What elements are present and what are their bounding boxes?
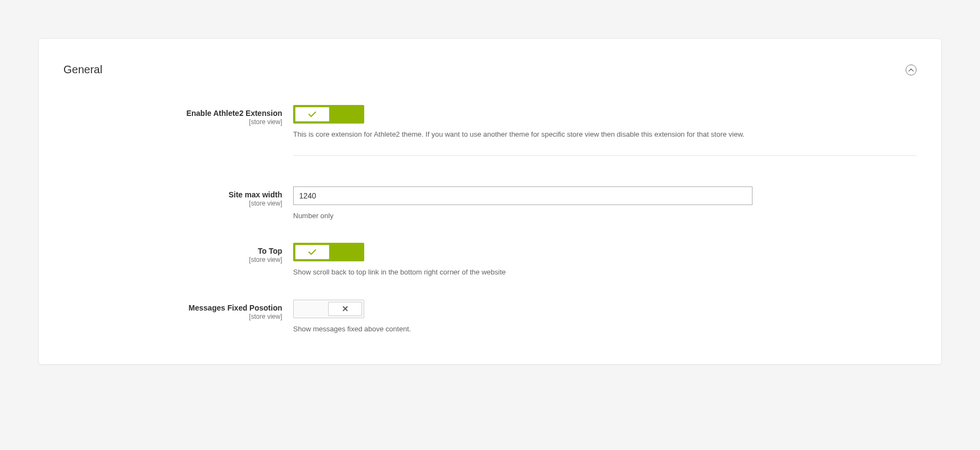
field-scope: [store view] <box>63 118 282 127</box>
field-label-col: Messages Fixed Posotion [store view] <box>63 300 293 322</box>
enable-extension-toggle[interactable] <box>293 105 364 124</box>
field-value-col: ✕ Show messages fixed above content. <box>293 300 917 335</box>
field-label: Messages Fixed Posotion <box>63 303 282 313</box>
field-value-col: This is core extension for Athlete2 them… <box>293 105 917 182</box>
field-label-col: Site max width [store view] <box>63 186 293 208</box>
field-label-col: Enable Athlete2 Extension [store view] <box>63 105 293 127</box>
site-max-width-input[interactable] <box>293 186 752 205</box>
collapse-section-button[interactable] <box>906 65 917 75</box>
field-label: To Top <box>63 246 282 256</box>
field-scope: [store view] <box>63 200 282 208</box>
field-label: Enable Athlete2 Extension <box>63 108 282 118</box>
divider <box>293 155 917 156</box>
toggle-knob <box>295 107 329 121</box>
field-value-col: Number only <box>293 186 917 221</box>
toggle-knob <box>295 245 329 259</box>
check-icon <box>308 249 316 255</box>
field-enable-extension: Enable Athlete2 Extension [store view] T… <box>63 101 917 182</box>
field-value-col: Show scroll back to top link in the bott… <box>293 243 917 278</box>
field-help: Number only <box>293 211 917 221</box>
field-help: Show scroll back to top link in the bott… <box>293 267 917 278</box>
field-help: This is core extension for Athlete2 them… <box>293 129 917 140</box>
section-title: General <box>63 63 102 76</box>
general-panel: General Enable Athlete2 Extension [store… <box>38 38 942 365</box>
to-top-toggle[interactable] <box>293 243 364 261</box>
field-messages-fixed: Messages Fixed Posotion [store view] ✕ S… <box>63 295 917 335</box>
field-label: Site max width <box>63 190 282 200</box>
field-help: Show messages fixed above content. <box>293 324 917 335</box>
check-icon <box>308 112 316 118</box>
field-scope: [store view] <box>63 313 282 322</box>
field-site-max-width: Site max width [store view] Number only <box>63 182 917 221</box>
cross-icon: ✕ <box>342 304 349 314</box>
field-scope: [store view] <box>63 256 282 265</box>
chevron-up-icon <box>908 68 914 72</box>
field-label-col: To Top [store view] <box>63 243 293 265</box>
field-to-top: To Top [store view] Show scroll back to … <box>63 238 917 278</box>
messages-fixed-toggle[interactable]: ✕ <box>293 300 364 318</box>
toggle-knob: ✕ <box>328 302 362 316</box>
panel-header: General <box>63 63 917 76</box>
